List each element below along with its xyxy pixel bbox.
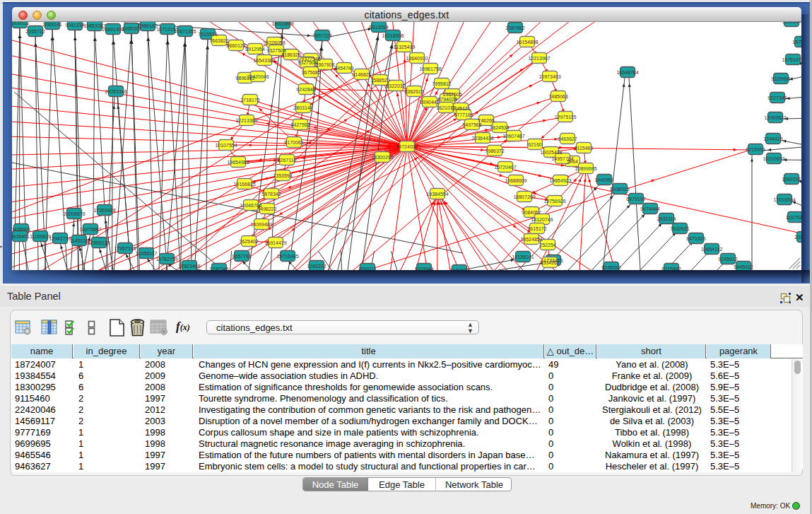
svg-text:9657791: 9657791 — [232, 254, 251, 259]
svg-text:12213369: 12213369 — [235, 118, 257, 123]
svg-text:20691406: 20691406 — [102, 27, 124, 32]
svg-text:9463627: 9463627 — [558, 136, 577, 141]
svg-text:1435001: 1435001 — [12, 227, 31, 232]
svg-text:9445012: 9445012 — [734, 264, 753, 269]
svg-text:12975115: 12975115 — [555, 115, 577, 119]
svg-text:9245092: 9245092 — [601, 265, 620, 270]
svg-text:16033809: 16033809 — [271, 22, 293, 26]
svg-text:9084067: 9084067 — [522, 210, 541, 215]
svg-text:9327508: 9327508 — [298, 60, 317, 65]
svg-text:15751074: 15751074 — [782, 57, 801, 62]
svg-text:1292346: 1292346 — [209, 267, 228, 271]
svg-text:14524851: 14524851 — [520, 237, 542, 242]
svg-text:17957225: 17957225 — [114, 246, 136, 251]
svg-text:10107554: 10107554 — [215, 143, 237, 148]
svg-text:3675685: 3675685 — [301, 70, 320, 75]
svg-text:16961758: 16961758 — [419, 66, 441, 71]
svg-text:1905512: 1905512 — [12, 22, 30, 25]
svg-text:8427552: 8427552 — [290, 122, 310, 127]
svg-text:3915401: 3915401 — [12, 234, 30, 239]
svg-text:1362615: 1362615 — [404, 89, 423, 94]
svg-text:9794028: 9794028 — [437, 97, 457, 102]
svg-text:2093111: 2093111 — [358, 267, 377, 271]
svg-text:8938923: 8938923 — [610, 187, 629, 192]
svg-text:19384554: 19384554 — [426, 192, 448, 197]
svg-text:2534261: 2534261 — [540, 260, 559, 265]
svg-text:1362605: 1362605 — [442, 92, 461, 97]
svg-text:9115460: 9115460 — [575, 146, 594, 151]
svg-text:19218506: 19218506 — [382, 33, 404, 38]
svg-text:8813054: 8813054 — [369, 25, 388, 30]
svg-text:2087682: 2087682 — [505, 25, 524, 30]
svg-text:2039984: 2039984 — [794, 235, 801, 240]
svg-text:2055712: 2055712 — [25, 29, 45, 34]
svg-text:10899695: 10899695 — [575, 166, 596, 171]
svg-text:16914479: 16914479 — [264, 240, 286, 245]
svg-text:1167534: 1167534 — [786, 215, 801, 220]
svg-text:1615172: 1615172 — [527, 226, 546, 231]
svg-text:9345121: 9345121 — [451, 106, 470, 111]
svg-text:18300295: 18300295 — [371, 155, 393, 160]
svg-text:1569291: 1569291 — [782, 177, 801, 182]
svg-text:15720407: 15720407 — [494, 165, 516, 170]
svg-text:6966160: 6966160 — [138, 23, 157, 28]
svg-text:8322037: 8322037 — [386, 83, 405, 88]
svg-text:23226058: 23226058 — [263, 40, 285, 45]
svg-text:1588520: 1588520 — [370, 78, 389, 83]
svg-text:2718176: 2718176 — [240, 98, 259, 103]
svg-text:16782759: 16782759 — [155, 257, 177, 262]
svg-text:15716485: 15716485 — [276, 254, 298, 259]
svg-text:19166825: 19166825 — [233, 182, 255, 187]
svg-text:23420046: 23420046 — [247, 74, 269, 79]
svg-text:14099489: 14099489 — [250, 222, 272, 227]
svg-text:2803144: 2803144 — [293, 105, 312, 110]
svg-text:252254: 252254 — [539, 243, 555, 247]
svg-text:7663822: 7663822 — [209, 38, 228, 43]
svg-text:9227349: 9227349 — [767, 95, 787, 100]
svg-text:6879197: 6879197 — [626, 197, 645, 201]
svg-text:10607487: 10607487 — [502, 134, 524, 139]
svg-text:5498222: 5498222 — [257, 206, 276, 211]
svg-text:16543382: 16543382 — [253, 58, 275, 63]
svg-text:9777169: 9777169 — [454, 112, 473, 117]
svg-text:9146821: 9146821 — [352, 72, 371, 77]
svg-text:14120746: 14120746 — [531, 217, 553, 222]
svg-text:8215955: 8215955 — [746, 147, 765, 152]
svg-text:14138141: 14138141 — [512, 255, 534, 259]
svg-text:20206576: 20206576 — [63, 211, 85, 216]
svg-text:7857224: 7857224 — [312, 33, 331, 38]
svg-text:1353594: 1353594 — [273, 173, 292, 178]
svg-text:10973493: 10973493 — [539, 74, 560, 79]
svg-text:8170061: 8170061 — [284, 140, 303, 145]
svg-text:19756928: 19756928 — [543, 199, 565, 204]
svg-text:8186328: 8186328 — [281, 52, 300, 57]
svg-text:1575107: 1575107 — [792, 40, 801, 45]
svg-text:9245612: 9245612 — [718, 257, 737, 262]
svg-text:9041234: 9041234 — [65, 23, 84, 28]
svg-text:14957764: 14957764 — [551, 156, 573, 161]
svg-text:12093822: 12093822 — [764, 115, 786, 120]
svg-text:5878342: 5878342 — [261, 192, 281, 197]
svg-text:10671355: 10671355 — [174, 29, 196, 34]
svg-text:20053346: 20053346 — [105, 89, 126, 94]
svg-text:19654923: 19654923 — [549, 178, 571, 183]
svg-text:7986372: 7986372 — [485, 148, 504, 153]
svg-text:2367608: 2367608 — [315, 62, 334, 67]
svg-text:7955812: 7955812 — [432, 81, 451, 86]
svg-text:2069141: 2069141 — [42, 22, 61, 27]
svg-text:1440954: 1440954 — [594, 177, 613, 182]
svg-text:3624534: 3624534 — [490, 125, 509, 130]
svg-text:1109230: 1109230 — [450, 268, 469, 271]
svg-text:62160: 62160 — [528, 142, 542, 147]
svg-text:11156829: 11156829 — [30, 234, 51, 239]
svg-text:11325419: 11325419 — [394, 45, 416, 49]
svg-text:10688609: 10688609 — [505, 178, 526, 183]
svg-text:7515526: 7515526 — [198, 32, 217, 37]
svg-text:1093202: 1093202 — [307, 264, 326, 269]
svg-text:17359928: 17359928 — [93, 208, 115, 213]
svg-text:12505135: 12505135 — [88, 240, 110, 245]
svg-text:12923468: 12923468 — [178, 264, 200, 269]
svg-text:18724007: 18724007 — [396, 144, 418, 149]
svg-text:16154808: 16154808 — [516, 40, 538, 45]
svg-text:8215902: 8215902 — [661, 267, 681, 271]
